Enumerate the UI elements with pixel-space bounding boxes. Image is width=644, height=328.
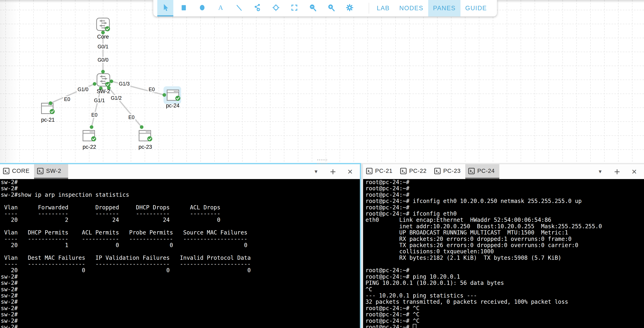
text-icon: A <box>216 3 225 12</box>
pane-controls: ▼+× <box>314 164 360 179</box>
crosshair-tool-button[interactable] <box>268 0 284 17</box>
mode-tab-nodes[interactable]: NODES <box>394 0 428 17</box>
panes-resize-handle[interactable] <box>317 159 327 164</box>
line-tool-button[interactable] <box>231 0 247 17</box>
terminal-line: sw-2# <box>1 292 360 299</box>
status-ok-badge <box>147 136 152 141</box>
mode-tab-guide[interactable]: GUIDE <box>460 0 492 17</box>
select-tool-button[interactable] <box>157 0 173 17</box>
port-label: E0 <box>63 96 71 102</box>
terminal-line <box>1 223 360 229</box>
terminal-line: root@pc-24:~# ifconfig eth0 <box>366 211 644 217</box>
terminal-line: ^C <box>366 286 644 292</box>
terminal-line: Vlan Dest MAC Failures IP Validation Fai… <box>1 255 360 261</box>
terminal-line: root@pc-24:~# ping 10.20.0.1 <box>366 274 644 280</box>
terminal-line: root@pc-24:~# <box>366 324 644 328</box>
terminal-line <box>1 248 360 255</box>
terminal-line: sw-2# <box>1 280 360 286</box>
node-pc-24[interactable] <box>167 90 179 101</box>
terminal-line: ---- --------- ------- ---------- ------… <box>1 211 360 217</box>
terminal-line: RX bytes:2182 (2.1 KiB) TX bytes:5908 (5… <box>366 255 644 261</box>
zoom-out-tool-button[interactable] <box>305 0 321 17</box>
fit-screen-tool-button[interactable] <box>286 0 302 17</box>
terminal-line: sw-2# <box>1 324 360 328</box>
node-label-pc-24: pc-24 <box>166 103 180 109</box>
port-label: G1/3 <box>118 81 130 87</box>
close-pane-button[interactable]: × <box>348 167 353 176</box>
collapse-pane-button[interactable]: ▼ <box>314 169 318 174</box>
ellipse-tool-button[interactable] <box>194 0 210 17</box>
console-tab-label: SW-2 <box>46 168 61 174</box>
terminal-line: UP BROADCAST RUNNING MULTICAST MTU:1500 … <box>366 229 644 236</box>
terminal-line: root@pc-24:~# <box>366 267 644 273</box>
terminal-output-pc24[interactable]: root@pc-24:~#root@pc-24:~#root@pc-24:~#r… <box>363 179 644 328</box>
terminal-line: root@pc-24:~# <box>366 192 644 198</box>
collapse-pane-button[interactable]: ▼ <box>598 169 602 174</box>
terminal-line: ---- ----------------- -----------------… <box>1 261 360 267</box>
status-ok-badge <box>91 136 96 141</box>
terminal-line: RX packets:20 errors:0 dropped:1 overrun… <box>366 236 644 242</box>
terminal-line: ---- ------------ ----------- ----------… <box>1 236 360 242</box>
crosshair-icon <box>271 3 280 12</box>
settings-tool-button[interactable] <box>342 0 358 17</box>
zoom-in-icon <box>326 3 336 12</box>
terminal-line: TX packets:26 errors:0 dropped:0 overrun… <box>366 242 644 248</box>
terminal-line: root@pc-24:~# <box>366 179 644 185</box>
new-console-button[interactable]: + <box>614 167 620 177</box>
port-label: E0 <box>128 114 136 120</box>
text-tool-button[interactable]: A <box>212 0 229 17</box>
console-tab-pc-21[interactable]: PC-21 <box>363 164 397 179</box>
terminal-line: 20 1 0 0 0 <box>1 242 360 248</box>
console-tab-pc-22[interactable]: PC-22 <box>397 164 431 179</box>
node-label-pc-23: pc-23 <box>138 144 152 150</box>
terminal-line: eth0 Link encap:Ethernet HWaddr 52:54:00… <box>366 217 644 223</box>
terminal-line: inet addr:10.20.0.250 Bcast:10.20.0.255 … <box>366 223 644 229</box>
drawing-tools-group: A <box>157 0 358 17</box>
zoom-in-tool-button[interactable] <box>323 0 339 17</box>
node-pc-22[interactable] <box>82 130 95 141</box>
status-ok-badge <box>175 96 180 101</box>
port-label: G0/0 <box>97 57 109 63</box>
port-label: E0 <box>148 87 156 92</box>
console-tab-pc-23[interactable]: PC-23 <box>431 164 465 179</box>
status-ok-badge <box>105 82 110 87</box>
node-pc-21[interactable] <box>41 103 54 114</box>
terminal-line: root@pc-24:~# ifconfig eth0 10.20.0.250 … <box>366 198 644 204</box>
terminal-line: PING 10.20.0.1 (10.20.0.1): 56 data byte… <box>366 280 644 286</box>
console-tab-sw-2[interactable]: SW-2 <box>34 164 68 179</box>
terminal-line: 20 0 0 0 <box>1 267 360 273</box>
zoom-out-icon <box>308 3 318 12</box>
console-tabs: CORESW-2 <box>0 164 68 179</box>
terminal-line: sw-2# <box>1 179 360 185</box>
add-link-tool-button[interactable] <box>250 0 266 17</box>
terminal-line: sw-2# <box>1 299 360 305</box>
terminal-icon <box>37 168 44 175</box>
mode-tab-panes[interactable]: PANES <box>428 0 460 17</box>
node-pc-23[interactable] <box>139 130 151 141</box>
canvas-toolbar: A LABNODESPANESGUIDE <box>153 0 497 17</box>
port-label: G1/0 <box>77 87 89 92</box>
console-tab-label: PC-23 <box>443 168 461 174</box>
console-tabs: PC-21PC-22PC-23PC-24 <box>363 164 499 179</box>
new-console-button[interactable]: + <box>330 167 336 177</box>
terminal-cursor <box>413 324 416 328</box>
rectangle-tool-button[interactable] <box>176 0 192 17</box>
node-label-pc-21: pc-21 <box>41 117 55 123</box>
terminal-line: Vlan DHCP Permits ACL Permits Probe Perm… <box>1 229 360 236</box>
pane-tabbar: PC-21PC-22PC-23PC-24 ▼+× <box>363 164 644 179</box>
console-pane-pcs: PC-21PC-22PC-23PC-24 ▼+× root@pc-24:~#ro… <box>363 163 644 328</box>
console-panes-row: CORESW-2 ▼+× sw-2#sw-2#sw-2#show ip arp … <box>0 163 644 328</box>
cursor-icon <box>161 3 170 12</box>
terminal-icon <box>366 168 373 175</box>
node-sw-2[interactable] <box>96 73 110 87</box>
line-icon <box>234 3 244 12</box>
node-core[interactable] <box>96 18 110 31</box>
terminal-line: sw-2# <box>1 274 360 280</box>
topology-canvas[interactable]: CoreSW-2pc-21pc-22pc-23pc-24G0/1G0/0G1/0… <box>0 0 644 163</box>
console-tab-label: PC-21 <box>375 168 392 174</box>
terminal-output-sw2[interactable]: sw-2#sw-2#sw-2#show ip arp inspection st… <box>0 179 360 328</box>
console-tab-pc-24[interactable]: PC-24 <box>465 164 499 179</box>
mode-tab-lab[interactable]: LAB <box>372 0 394 17</box>
console-tab-core[interactable]: CORE <box>0 164 34 179</box>
close-pane-button[interactable]: × <box>632 167 637 176</box>
